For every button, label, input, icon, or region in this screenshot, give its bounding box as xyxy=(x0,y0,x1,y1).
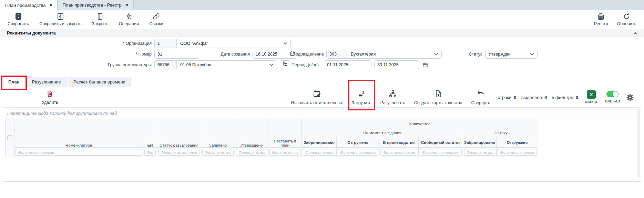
select-all-cell xyxy=(6,119,14,157)
period-from-input[interactable] xyxy=(324,60,371,69)
plan-grid: Номенклатура ЕИ Статус разузлования Заяв… xyxy=(5,119,538,157)
doc-tab-plan-proizvodstva-reestr[interactable]: План производства - Реестр ✕ xyxy=(58,0,133,10)
filter-input-reserved-2[interactable] xyxy=(464,149,495,156)
close-tab-icon[interactable]: ✕ xyxy=(125,3,129,8)
department-label: Подразделение xyxy=(265,50,324,59)
toggle-on-icon[interactable] xyxy=(606,91,619,97)
create-quality-cards-label: Создать карты качества xyxy=(414,100,462,105)
load-label: Загрузить xyxy=(352,100,371,105)
rows-counter: строки: 0 xyxy=(498,95,516,100)
column-header-free-balance[interactable]: Свободный остаток xyxy=(419,137,463,148)
filter-cell xyxy=(201,148,235,157)
filter-input-shipped-2[interactable] xyxy=(498,149,537,156)
nomenclature-group-label: Группа номенклатуры xyxy=(0,60,152,69)
filter-input-ei[interactable] xyxy=(144,149,156,156)
number-input[interactable] xyxy=(154,50,199,59)
collapse-undo-icon xyxy=(477,90,485,99)
column-header-reserved-1[interactable]: Забронировано xyxy=(302,137,337,148)
filter-cell xyxy=(14,148,143,157)
tab-plan[interactable]: План xyxy=(3,77,25,87)
column-header-in-production[interactable]: В производство xyxy=(379,137,419,148)
filter-cell xyxy=(268,148,302,157)
organization-value: ООО "Альфа" xyxy=(180,41,208,46)
save-label: Сохранить xyxy=(8,21,29,26)
refresh-button[interactable]: Обновить xyxy=(617,12,636,26)
filter-input-explode-status[interactable] xyxy=(158,149,200,156)
export-excel-button[interactable]: X экспорт xyxy=(584,90,599,104)
chevron-down-icon xyxy=(434,52,438,57)
chevron-down-icon xyxy=(530,52,534,57)
tab-raschet-balansa-label: Расчёт баланса времени xyxy=(73,79,125,85)
close-button[interactable]: Закрыть xyxy=(92,12,109,26)
group-by-drop-zone[interactable]: Перетащите сюда колонку для группировки … xyxy=(3,107,641,119)
organization-select[interactable]: ООО "Альфа" xyxy=(177,39,290,48)
trash-icon xyxy=(46,90,53,99)
column-header-ei[interactable]: ЕИ xyxy=(143,119,157,148)
doc-tab-label: План производства - Реестр xyxy=(62,2,121,8)
doc-tab-label: План производства xyxy=(5,3,45,8)
filter-input-shipped-1[interactable] xyxy=(338,149,378,156)
nomenclature-group-field[interactable]: 68786 01.05 Патрубок xyxy=(154,60,277,69)
filter-cell xyxy=(157,148,201,157)
nomenclature-group-select[interactable]: 01.05 Патрубок xyxy=(177,61,277,69)
nomenclature-group-code: 68786 xyxy=(155,61,177,69)
filter-input-in-production[interactable] xyxy=(380,149,417,156)
period-to-input[interactable] xyxy=(374,60,419,69)
load-button[interactable]: Загрузить xyxy=(352,90,371,105)
links-label: Связки xyxy=(149,21,163,26)
create-quality-cards-button[interactable]: Создать карты качества xyxy=(414,90,462,105)
assign-responsible-button[interactable]: Назначить ответственных xyxy=(291,90,343,105)
filter-input-declared[interactable] xyxy=(202,149,234,156)
selected-counter: выделено: 0 xyxy=(521,95,547,100)
filter-input-reserved-1[interactable] xyxy=(303,149,335,156)
vertical-scrollbar[interactable] xyxy=(637,109,640,178)
plan-grid-panel: Удалить Назначить ответственных xyxy=(3,87,641,182)
filter-input-free-balance[interactable] xyxy=(420,149,462,156)
column-header-put-in-plan[interactable]: Поставить в план xyxy=(268,119,302,148)
column-header-nomenclature[interactable]: Номенклатура xyxy=(14,119,143,148)
status-select[interactable]: Утвержден xyxy=(485,50,538,59)
filter-toggle[interactable]: фильтр xyxy=(605,91,620,103)
column-header-shipped-2[interactable]: Отгружено xyxy=(497,137,538,148)
save-and-close-button[interactable]: Сохранить и закрыть xyxy=(39,12,81,26)
filter-input-put-in-plan[interactable] xyxy=(269,149,300,156)
created-date-label: Дата создания xyxy=(193,50,250,59)
department-value: Бухгалтерия xyxy=(351,52,376,57)
operations-lightning-icon xyxy=(125,12,133,20)
column-header-reserved-2[interactable]: Забронировано xyxy=(463,137,497,148)
close-tab-icon[interactable]: ✕ xyxy=(49,3,52,8)
operations-button[interactable]: Операции xyxy=(119,12,139,26)
tab-raschet-balansa[interactable]: Расчёт баланса времени xyxy=(68,77,131,87)
filter-cell xyxy=(379,148,419,157)
department-field[interactable]: 303 Бухгалтерия xyxy=(326,50,442,59)
tab-razuzlovanie[interactable]: Разузлование xyxy=(27,77,67,87)
filter-input-approved[interactable] xyxy=(236,149,267,156)
column-header-explode-status[interactable]: Статус разузлования xyxy=(157,119,201,148)
column-header-approved[interactable]: Утверждено xyxy=(235,119,268,148)
links-button[interactable]: Связки xyxy=(149,12,163,26)
explode-button[interactable]: Разузловать xyxy=(380,90,405,105)
save-button[interactable]: Сохранить xyxy=(8,12,29,26)
chevron-down-icon xyxy=(283,41,287,46)
band-quantity: Количество xyxy=(302,119,538,128)
department-select[interactable]: Бухгалтерия xyxy=(347,50,441,58)
column-header-declared[interactable]: Заявлено xyxy=(201,119,235,148)
save-and-close-label: Сохранить и закрыть xyxy=(39,21,81,26)
refresh-icon xyxy=(623,12,631,20)
registry-button[interactable]: Реестр xyxy=(594,12,608,26)
period-calendar-icon[interactable] xyxy=(422,62,428,69)
settings-gear-icon[interactable] xyxy=(626,93,634,101)
delete-button[interactable]: Удалить xyxy=(42,90,58,105)
filter-input-nomenclature[interactable] xyxy=(16,149,142,156)
column-header-shipped-1[interactable]: Отгружено xyxy=(337,137,379,148)
organization-field[interactable]: 1 ООО "Альфа" xyxy=(154,39,291,48)
filter-cell xyxy=(302,148,337,157)
doc-tab-plan-proizvodstva[interactable]: План производства ✕ xyxy=(0,0,58,10)
assign-responsible-icon xyxy=(313,90,321,99)
select-all-checkbox[interactable] xyxy=(7,135,12,140)
in-filter-counter: в фильтре: 0 xyxy=(552,95,578,100)
collapse-rows-button[interactable]: Свернуть xyxy=(471,90,490,105)
collapse-section-icon[interactable] xyxy=(634,32,637,34)
filter-cell xyxy=(497,148,538,157)
grid-toolbar: Удалить Назначить ответственных xyxy=(3,87,641,107)
